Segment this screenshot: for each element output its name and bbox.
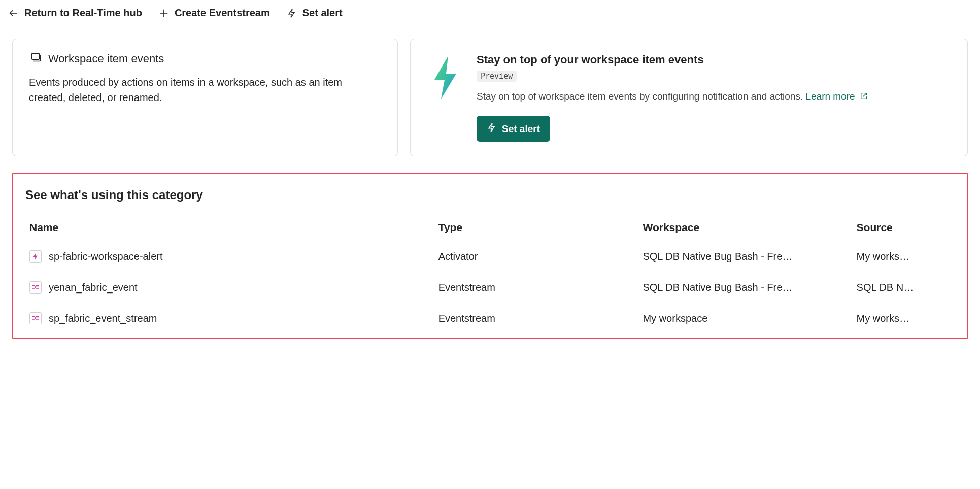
promo-title: Stay on top of your workspace item event… (477, 53, 951, 67)
svg-rect-0 (31, 53, 39, 59)
row-workspace: SQL DB Native Bug Bash - Fre… (638, 272, 852, 303)
row-source: My works… (853, 303, 955, 334)
row-source: My works… (853, 241, 955, 272)
set-alert-toolbar-button[interactable]: Set alert (286, 7, 343, 19)
activator-icon (29, 250, 42, 263)
category-title: See what's using this category (25, 188, 955, 202)
alert-promo-card: Stay on top of your workspace item event… (410, 39, 968, 156)
card-description: Events produced by actions on items in a… (29, 75, 381, 105)
table-row[interactable]: sp-fabric-workspace-alertActivatorSQL DB… (25, 241, 955, 272)
stack-icon (29, 51, 42, 67)
promo-description: Stay on top of workspace item events by … (477, 90, 951, 104)
table-row[interactable]: sp_fabric_event_streamEventstreamMy work… (25, 303, 955, 334)
table-header-row: Name Type Workspace Source (25, 214, 955, 241)
category-section: See what's using this category Name Type… (12, 173, 968, 339)
return-label: Return to Real-Time hub (24, 7, 142, 19)
column-workspace[interactable]: Workspace (638, 214, 852, 241)
preview-badge: Preview (477, 71, 517, 82)
row-type: Eventstream (434, 303, 639, 334)
set-alert-label: Set alert (502, 123, 540, 135)
promo-content: Stay on top of your workspace item event… (477, 53, 951, 142)
learn-more-link[interactable]: Learn more (805, 91, 867, 102)
column-name[interactable]: Name (25, 214, 434, 241)
category-table: Name Type Workspace Source sp-fabric-wor… (25, 214, 955, 334)
external-link-icon (860, 90, 868, 104)
cards-row: Workspace item events Events produced by… (12, 39, 968, 156)
return-to-hub-button[interactable]: Return to Real-Time hub (8, 7, 142, 19)
eventstream-icon (29, 281, 42, 294)
plus-icon (158, 8, 170, 19)
row-workspace: My workspace (638, 303, 852, 334)
eventstream-icon (29, 312, 42, 324)
arrow-left-icon (8, 8, 19, 19)
lightning-icon (286, 8, 297, 19)
main-content: Workspace item events Events produced by… (0, 26, 980, 351)
row-name: yenan_fabric_event (49, 282, 138, 294)
row-name: sp_fabric_event_stream (49, 313, 157, 324)
row-workspace: SQL DB Native Bug Bash - Fre… (638, 241, 852, 272)
column-source[interactable]: Source (853, 214, 955, 241)
column-type[interactable]: Type (434, 214, 639, 241)
alert-label: Set alert (302, 7, 343, 19)
row-source: SQL DB N… (853, 272, 955, 303)
set-alert-button[interactable]: Set alert (477, 116, 550, 142)
table-row[interactable]: yenan_fabric_eventEventstreamSQL DB Nati… (25, 272, 955, 303)
row-type: Activator (434, 241, 639, 272)
card-header: Workspace item events (29, 51, 381, 67)
create-label: Create Eventstream (175, 7, 270, 19)
create-eventstream-button[interactable]: Create Eventstream (158, 7, 270, 19)
row-type: Eventstream (434, 272, 639, 303)
row-name: sp-fabric-workspace-alert (49, 251, 163, 263)
card-title: Workspace item events (48, 52, 164, 66)
toolbar: Return to Real-Time hub Create Eventstre… (0, 0, 980, 26)
lightning-icon (487, 122, 497, 136)
lightning-bolt-icon (427, 53, 462, 102)
workspace-events-card: Workspace item events Events produced by… (12, 39, 398, 156)
